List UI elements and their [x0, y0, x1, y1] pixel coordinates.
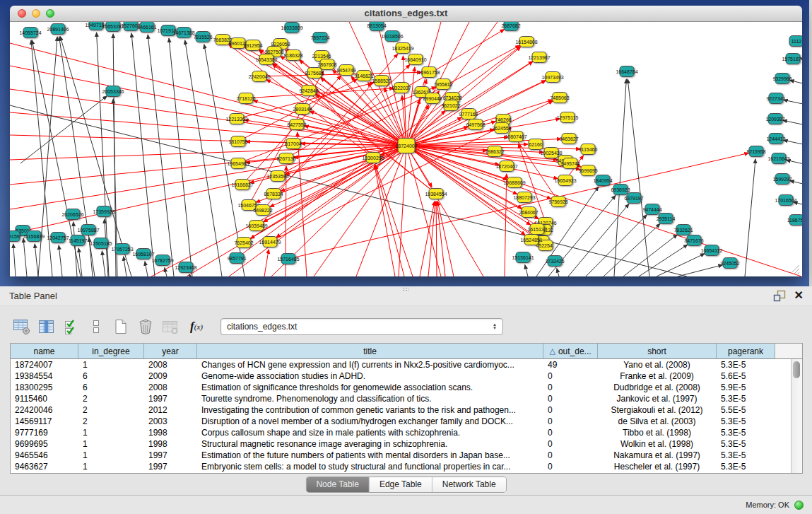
- graph-node[interactable]: 817004: [286, 138, 301, 149]
- table-cell[interactable]: 1998: [144, 438, 197, 450]
- table-cell[interactable]: Genome-wide association studies in ADHD.: [197, 370, 543, 382]
- column-header-year[interactable]: year: [144, 344, 197, 358]
- splitter-grip[interactable]: [402, 287, 409, 291]
- table-cell[interactable]: 5.3E-5: [717, 438, 775, 450]
- graph-node[interactable]: 7815526: [196, 31, 211, 42]
- graph-node[interactable]: 12213967: [532, 52, 547, 63]
- graph-node[interactable]: 12353594: [271, 170, 286, 182]
- graph-node[interactable]: 8678334: [266, 188, 281, 199]
- graph-node[interactable]: 10025438: [544, 147, 559, 158]
- graph-node[interactable]: 19384554: [429, 188, 444, 199]
- column-header-pagerank[interactable]: pagerank: [717, 344, 775, 358]
- graph-node[interactable]: 20053346: [106, 86, 121, 97]
- table-cell[interactable]: 0: [543, 427, 598, 438]
- table-cell[interactable]: 0: [543, 416, 598, 427]
- new-column-icon[interactable]: [112, 317, 130, 336]
- table-cell[interactable]: 1: [78, 427, 144, 438]
- graph-node[interactable]: 7986322: [488, 146, 502, 157]
- table-row[interactable]: 977716911998Corpus callosum shape and si…: [11, 427, 792, 438]
- table-cell[interactable]: Stergiakouli et al. (2012): [598, 404, 717, 416]
- table-cell[interactable]: 1: [78, 461, 144, 472]
- graph-node[interactable]: 15046758: [242, 199, 257, 211]
- table-cell[interactable]: 0: [543, 382, 598, 393]
- table-cell[interactable]: 1: [78, 359, 144, 370]
- graph-node[interactable]: 9777169: [461, 108, 476, 119]
- graph-node[interactable]: 9474444: [645, 204, 660, 215]
- table-cell[interactable]: 1997: [144, 393, 197, 404]
- table-cell[interactable]: 2009: [144, 370, 197, 382]
- table-cell[interactable]: 5.3E-5: [717, 416, 775, 427]
- table-cell[interactable]: 2003: [144, 416, 197, 427]
- graph-node[interactable]: 8471676: [687, 235, 702, 246]
- graph-node[interactable]: 10973493: [546, 71, 560, 83]
- graph-node[interactable]: 8267130: [279, 153, 294, 164]
- table-cell[interactable]: 2: [78, 416, 144, 427]
- table-cell[interactable]: 5.9E-5: [717, 382, 775, 393]
- graph-node[interactable]: 14671388: [177, 27, 192, 38]
- graph-node[interactable]: 10543382: [259, 54, 274, 65]
- graph-node[interactable]: 2687682: [504, 22, 519, 31]
- table-cell[interactable]: Estimation of the future numbers of pati…: [197, 450, 543, 461]
- table-cell[interactable]: 0: [543, 404, 598, 416]
- graph-node[interactable]: 15136141: [516, 252, 531, 263]
- tab-network-table[interactable]: Network Table: [433, 477, 506, 492]
- graph-node[interactable]: 9329966: [775, 73, 790, 84]
- table-row[interactable]: 1830029562008Estimation of significance …: [11, 382, 792, 393]
- graph-node[interactable]: 16958107: [136, 248, 151, 259]
- graph-node[interactable]: 8813054: [370, 22, 384, 31]
- graph-node[interactable]: 7955812: [436, 78, 451, 90]
- graph-node[interactable]: 16914479: [263, 236, 278, 247]
- graph-node[interactable]: 12042757: [51, 232, 66, 243]
- table-row[interactable]: 1938455462009Genome-wide association stu…: [11, 370, 792, 382]
- graph-node[interactable]: 16210643: [772, 153, 787, 164]
- graph-node[interactable]: 12923468: [179, 262, 194, 273]
- graph-node[interactable]: 18720407: [500, 160, 514, 172]
- table-cell[interactable]: 18724007: [11, 359, 78, 370]
- table-cell[interactable]: Jankovic et al. (1997): [598, 393, 717, 404]
- table-cell[interactable]: 0: [543, 438, 598, 450]
- tab-edge-table[interactable]: Edge Table: [370, 477, 433, 492]
- column-header-short[interactable]: short: [598, 344, 717, 358]
- graph-node[interactable]: 19497194: [89, 22, 104, 30]
- table-cell[interactable]: 1997: [144, 461, 197, 472]
- tab-node-table[interactable]: Node Table: [306, 477, 370, 492]
- table-selector-dropdown[interactable]: citations_edges.txt ▲▼: [220, 318, 503, 335]
- select-columns-icon[interactable]: [62, 317, 81, 336]
- window-titlebar[interactable]: citations_edges.txt: [10, 6, 802, 22]
- table-cell[interactable]: 0: [543, 461, 598, 472]
- graph-node[interactable]: 9463627: [562, 133, 577, 144]
- graph-node[interactable]: 9495744: [563, 158, 578, 169]
- table-cell[interactable]: Corpus callosum shape and size in male p…: [197, 427, 543, 438]
- table-cell[interactable]: 1: [78, 438, 144, 450]
- table-cell[interactable]: 1: [78, 450, 144, 461]
- graph-node[interactable]: 10719195: [161, 25, 176, 36]
- graph-node-hub[interactable]: 18724007: [398, 138, 416, 153]
- table-cell[interactable]: 14569117: [11, 416, 78, 427]
- graph-node[interactable]: 7625402: [237, 237, 252, 248]
- table-cell[interactable]: Disruption of a novel member of a sodium…: [197, 416, 543, 427]
- graph-node[interactable]: 2867608: [320, 59, 335, 70]
- table-cell[interactable]: 5.6E-5: [717, 370, 775, 382]
- graph-node[interactable]: 52254: [539, 240, 553, 251]
- show-column-icon[interactable]: [37, 317, 56, 336]
- column-header-title[interactable]: title: [197, 344, 543, 358]
- graph-node[interactable]: 9245052: [723, 257, 738, 269]
- graph-node[interactable]: 8454749: [339, 64, 354, 76]
- table-row[interactable]: 946362711997Embryonic stem cells: a mode…: [11, 461, 792, 472]
- graph-node[interactable]: 22420046: [252, 71, 267, 82]
- graph-node[interactable]: 8322037: [394, 82, 409, 93]
- table-row[interactable]: 969969511998Structural magnetic resonanc…: [11, 438, 792, 450]
- graph-node[interactable]: 8215958: [749, 146, 764, 157]
- graph-node[interactable]: 16154808: [519, 36, 534, 47]
- graph-node[interactable]: 8912954: [246, 40, 261, 51]
- graph-node[interactable]: 9242848: [302, 85, 317, 96]
- graph-node[interactable]: 1209387: [768, 113, 783, 124]
- graph-node[interactable]: 9857791: [230, 252, 245, 264]
- graph-node[interactable]: 8990448: [425, 93, 440, 104]
- table-cell[interactable]: Estimation of significance thresholds fo…: [197, 382, 543, 393]
- table-cell[interactable]: 49: [543, 359, 598, 370]
- graph-node[interactable]: 14055724: [23, 27, 38, 38]
- graph-node[interactable]: 1244413: [769, 133, 784, 144]
- graph-node[interactable]: 6938923: [613, 184, 628, 195]
- table-cell[interactable]: 9463627: [11, 461, 78, 472]
